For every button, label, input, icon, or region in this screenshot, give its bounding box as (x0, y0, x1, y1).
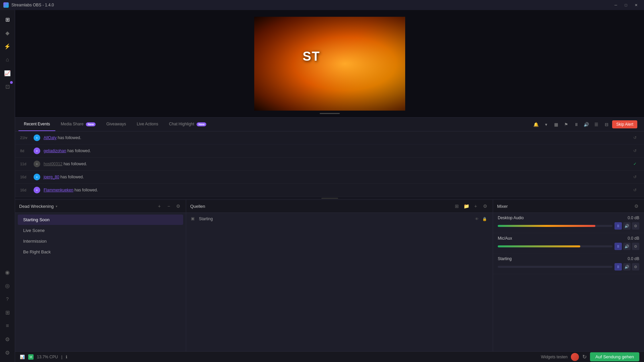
tab-giveaways[interactable]: Giveaways (101, 118, 131, 131)
scene-list: Starting Soon Live Scene Intermission Be… (15, 213, 186, 351)
tab-media-share[interactable]: Media Share New (55, 118, 101, 131)
event-icon: + (34, 147, 40, 154)
sidebar-item-mixer[interactable]: ⚡ (1, 40, 13, 52)
scene-item-be-right-back[interactable]: Be Right Back (18, 247, 183, 257)
preview-video: ST (254, 17, 405, 111)
table-row: 16d + Flammenkueken has followed. ↺ (15, 184, 644, 197)
event-username[interactable]: AllOaty (44, 135, 57, 140)
resize-handle[interactable] (15, 197, 644, 199)
sidebar-item-new[interactable]: ⊡ (1, 80, 13, 93)
event-replay-btn[interactable]: ↺ (631, 186, 639, 194)
source-eye-btn[interactable]: 👁 (473, 216, 480, 222)
event-replay-btn[interactable]: ↺ (631, 173, 639, 181)
sidebar-item-cog[interactable]: ⚙ (1, 333, 13, 345)
circle2-icon: ◎ (5, 283, 10, 289)
event-time: 16d (20, 175, 34, 179)
event-replay-btn[interactable]: ↺ (631, 134, 639, 142)
sidebar-item-stats[interactable]: 📈 (1, 67, 13, 79)
scene-remove-btn[interactable]: − (165, 202, 172, 210)
event-username[interactable]: Flammenkueken (44, 188, 73, 192)
event-username[interactable]: geliadizohan (44, 148, 66, 153)
grid-icon: ⊞ (5, 309, 10, 316)
mixer-mute-btn[interactable]: II (614, 263, 622, 270)
mixer-gear-btn[interactable]: ⚙ (632, 263, 639, 270)
event-icon: + (34, 161, 40, 167)
mixer-channel-name: Desktop Audio (498, 216, 524, 220)
scene-item-intermission[interactable]: Intermission (18, 236, 183, 246)
sidebar-item-events[interactable]: ◆ (1, 27, 13, 39)
tab-recent-events[interactable]: Recent Events (18, 118, 55, 131)
list-view-btn[interactable]: ☰ (592, 120, 601, 129)
grid-view-btn[interactable]: ⊟ (602, 120, 611, 129)
tab-chat-highlight[interactable]: Chat Highlight New (164, 118, 212, 131)
sidebar-item-circle1[interactable]: ◉ (1, 266, 13, 278)
mixer-gear-btn[interactable]: ⚙ (632, 222, 639, 230)
titlebar-controls[interactable]: ─ □ ✕ (611, 2, 641, 8)
volume-btn[interactable]: 🔊 (582, 120, 591, 129)
scene-settings-btn[interactable]: ⚙ (174, 202, 182, 210)
new-badge (10, 81, 13, 84)
user-avatar[interactable] (571, 353, 579, 361)
mixer-gear-btn[interactable]: ⚙ (632, 243, 639, 250)
sidebar-item-settings[interactable]: ⚙ (1, 347, 13, 359)
tab-live-actions[interactable]: Live Actions (131, 118, 164, 131)
mixer-volume-btn[interactable]: 🔊 (623, 243, 631, 250)
mixer-settings-btn[interactable]: ⚙ (633, 202, 640, 210)
pause-btn[interactable]: ⏸ (572, 120, 581, 129)
media-share-badge: New (86, 122, 96, 126)
sidebar-item-grid[interactable]: ⊞ (1, 306, 13, 318)
events-icon: ◆ (5, 30, 9, 36)
maximize-button[interactable]: □ (621, 2, 631, 8)
mixer-db: 0.0 dB (628, 216, 639, 220)
mixer-mute-btn[interactable]: II (614, 243, 622, 250)
event-username[interactable]: joerg_80 (44, 175, 59, 179)
mixer-controls: II 🔊 ⚙ (614, 243, 639, 250)
circle1-icon: ◉ (5, 269, 10, 276)
minimize-button[interactable]: ─ (611, 2, 621, 8)
columns-btn[interactable]: ▦ (552, 120, 560, 129)
event-text: AllOaty has followed. (44, 135, 631, 140)
sidebar-item-bars[interactable]: ≡ (1, 320, 13, 332)
titlebar-title: Streamlabs OBS - 1.4.0 (11, 3, 54, 7)
chevron-down-btn[interactable]: ▾ (542, 120, 550, 129)
mixer-mute-btn[interactable]: II (614, 222, 622, 230)
event-username[interactable]: host00312 (44, 162, 62, 166)
source-settings-btn[interactable]: ⚙ (481, 202, 489, 210)
source-lock-btn[interactable]: 🔒 (481, 216, 488, 222)
event-icon: + (34, 187, 40, 193)
mixer-volume-btn[interactable]: 🔊 (623, 222, 631, 230)
event-time: 21hr (20, 136, 34, 140)
sidebar-item-scenes[interactable]: ⌂ (1, 54, 13, 66)
sidebar-item-home[interactable]: ⊞ (1, 13, 13, 25)
scene-item-starting-soon[interactable]: Starting Soon (18, 215, 183, 225)
close-button[interactable]: ✕ (631, 2, 641, 8)
scene-item-live-scene[interactable]: Live Scene (18, 225, 183, 236)
cpu-label: 13.7% CPU (37, 355, 58, 359)
source-add-folder-btn[interactable]: 📁 (463, 202, 470, 210)
mixer-db: 0.0 dB (628, 256, 639, 261)
scene-add-btn[interactable]: + (156, 202, 163, 210)
skip-alert-button[interactable]: Skip Alert (612, 120, 637, 128)
mixer-db: 0.0 dB (628, 236, 639, 241)
event-replay-btn[interactable]: ↺ (631, 147, 639, 155)
scenes-title: Dead Wreckening (19, 204, 54, 209)
refresh-icon[interactable]: ↻ (582, 354, 587, 360)
source-item-starting: ▣ Starting 👁 🔒 (186, 213, 493, 225)
sidebar-item-help[interactable]: ? (1, 293, 13, 305)
mixer-panel: Mixer ⚙ Desktop Audio 0.0 dB (493, 200, 644, 351)
event-time: 8d (20, 149, 34, 153)
mixer-controls: II 🔊 ⚙ (614, 222, 639, 230)
event-check-btn[interactable]: ✓ (631, 160, 639, 168)
filter-icon-btn[interactable]: 🔔 (532, 120, 540, 129)
cpu-icon: M (28, 354, 34, 360)
go-live-button[interactable]: Auf Sendung gehen (590, 352, 639, 361)
mixer-volume-btn[interactable]: 🔊 (623, 263, 631, 270)
filter-btn[interactable]: ⚑ (562, 120, 571, 129)
source-add-group-btn[interactable]: ⊞ (453, 202, 461, 210)
scenes-dropdown-icon[interactable]: ▾ (56, 204, 57, 208)
mixer-channel-header: Desktop Audio 0.0 dB (498, 216, 639, 220)
titlebar: Streamlabs OBS - 1.4.0 ─ □ ✕ (0, 0, 644, 10)
source-add-btn[interactable]: + (472, 202, 479, 210)
settings-icon: ⚙ (5, 350, 10, 356)
sidebar-item-circle2[interactable]: ◎ (1, 280, 13, 292)
